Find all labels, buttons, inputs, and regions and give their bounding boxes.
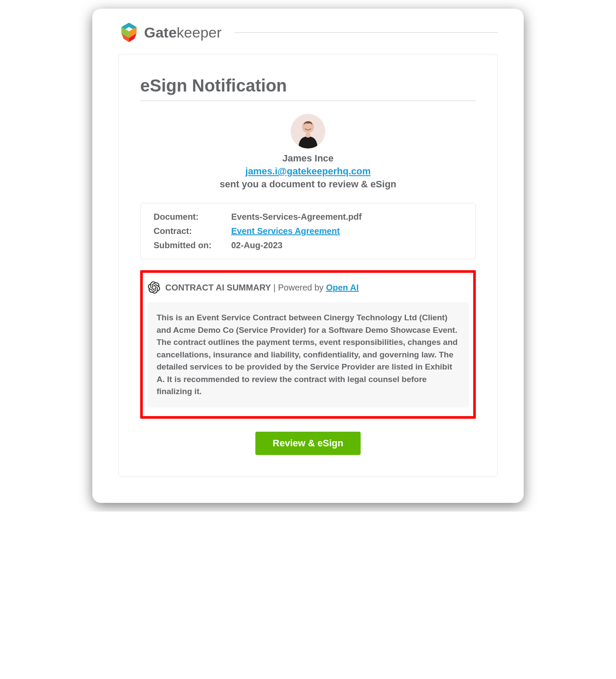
openai-link[interactable]: Open AI (326, 283, 359, 292)
brand-name: Gatekeeper (144, 24, 222, 41)
contract-link[interactable]: Event Services Agreement (231, 226, 340, 236)
sender-email: james.i@gatekeeperhq.com (140, 166, 476, 177)
document-label: Document: (154, 212, 223, 222)
gatekeeper-logo-icon (118, 22, 140, 43)
ai-summary-highlighted: CONTRACT AI SUMMARY | Powered by Open AI… (140, 270, 476, 419)
brand-logo: Gatekeeper (118, 22, 222, 43)
header: Gatekeeper (118, 22, 498, 43)
sender-avatar (291, 114, 325, 148)
svg-point-7 (305, 133, 311, 138)
document-value: Events-Services-Agreement.pdf (231, 212, 462, 222)
cta-row: Review & eSign (140, 432, 476, 455)
email-card: Gatekeeper eSign Notification James Ince… (92, 9, 524, 503)
page-title: eSign Notification (140, 76, 476, 101)
content-card: eSign Notification James Ince james.i@ga… (118, 54, 498, 477)
contract-value: Event Services Agreement (231, 226, 462, 236)
ai-summary-body: This is an Event Service Contract betwee… (147, 302, 469, 407)
submitted-label: Submitted on: (154, 240, 223, 250)
openai-icon (148, 281, 160, 294)
sender-email-link[interactable]: james.i@gatekeeperhq.com (245, 166, 371, 177)
ai-summary-prefix: CONTRACT AI SUMMARY (165, 283, 271, 292)
submitted-value: 02-Aug-2023 (231, 240, 462, 250)
ai-powered-by: Powered by (278, 283, 326, 292)
brand-name-bold: Gate (144, 24, 177, 41)
sent-message: sent you a document to review & eSign (140, 179, 476, 190)
contract-label: Contract: (154, 226, 223, 236)
sender-name: James Ince (140, 153, 476, 164)
ai-summary-header: CONTRACT AI SUMMARY | Powered by Open AI (147, 281, 469, 294)
document-details: Document: Events-Services-Agreement.pdf … (140, 203, 476, 259)
brand-name-light: keeper (177, 24, 222, 41)
review-esign-button[interactable]: Review & eSign (255, 432, 361, 455)
ai-summary-divider: | (271, 283, 278, 292)
header-divider (235, 32, 498, 33)
sender-block: James Ince james.i@gatekeeperhq.com sent… (140, 114, 476, 190)
ai-summary-title: CONTRACT AI SUMMARY | Powered by Open AI (165, 283, 359, 293)
